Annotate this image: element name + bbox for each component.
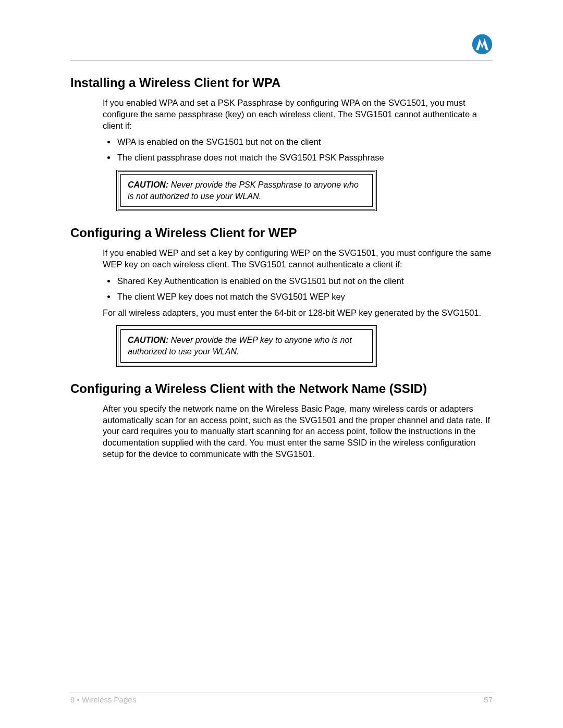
caution-label: CAUTION: (128, 336, 168, 344)
page-footer: 9 • Wireless Pages 57 (70, 693, 493, 704)
bullet-item: WPA is enabled on the SVG1501 but not on… (116, 137, 493, 148)
bullet-item: The client WEP key does not match the SV… (116, 291, 493, 303)
section-heading-wep: Configuring a Wireless Client for WEP (70, 226, 493, 240)
bullet-item: The client passphrase does not match the… (116, 152, 493, 164)
bullet-list: WPA is enabled on the SVG1501 but not on… (103, 137, 493, 164)
svg-point-0 (472, 34, 492, 54)
bullet-list: Shared Key Authentication is enabled on … (103, 276, 493, 303)
section-heading-ssid: Configuring a Wireless Client with the N… (70, 381, 493, 396)
bullet-item: Shared Key Authentication is enabled on … (116, 276, 493, 287)
caution-label: CAUTION: (128, 180, 168, 189)
caution-box: CAUTION: Never provide the PSK Passphras… (116, 170, 377, 212)
motorola-logo-icon (472, 34, 493, 55)
section-body-wpa: If you enabled WPA and set a PSK Passphr… (103, 97, 493, 211)
footer-divider (70, 693, 493, 693)
intro-paragraph: If you enabled WEP and set a key by conf… (103, 248, 493, 270)
intro-paragraph: After you specify the network name on th… (103, 403, 493, 460)
header-divider (70, 60, 493, 61)
section-body-ssid: After you specify the network name on th… (103, 403, 493, 460)
section-body-wep: If you enabled WEP and set a key by conf… (103, 248, 493, 366)
caution-box: CAUTION: Never provide the WEP key to an… (116, 325, 377, 367)
section-heading-wpa: Installing a Wireless Client for WPA (70, 76, 493, 90)
caution-text: CAUTION: Never provide the PSK Passphras… (128, 180, 359, 201)
footer-chapter: 9 • Wireless Pages (70, 695, 136, 704)
footer-page-number: 57 (484, 695, 493, 704)
caution-text: CAUTION: Never provide the WEP key to an… (128, 336, 352, 356)
intro-paragraph: If you enabled WPA and set a PSK Passphr… (103, 97, 493, 131)
page-header (70, 31, 493, 57)
document-page: Installing a Wireless Client for WPA If … (0, 0, 563, 728)
after-paragraph: For all wireless adapters, you must ente… (103, 307, 493, 319)
